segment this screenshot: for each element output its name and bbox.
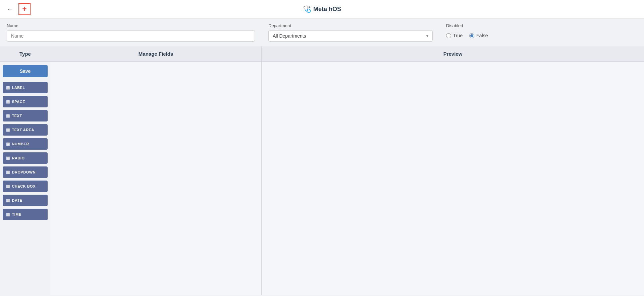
radio-icon: ▦ bbox=[6, 156, 10, 160]
textarea-type-button[interactable]: ▦ TEXT AREA bbox=[3, 124, 48, 136]
name-input[interactable] bbox=[7, 30, 255, 42]
filters-row: Name Department All Departments Cardiolo… bbox=[0, 18, 644, 46]
back-arrow-icon: ← bbox=[7, 6, 13, 13]
text-icon: ▦ bbox=[6, 113, 10, 118]
preview-content bbox=[262, 62, 644, 295]
dropdown-type-button[interactable]: ▦ DROPDOWN bbox=[3, 166, 48, 178]
department-select-wrapper: All Departments Cardiology Neurology Ort… bbox=[268, 30, 433, 42]
checkbox-icon: ▦ bbox=[6, 184, 10, 189]
manage-fields-panel: Manage Fields bbox=[50, 46, 262, 295]
label-type-button[interactable]: ▦ LABEL bbox=[3, 82, 48, 93]
brand-logo: 🩺 Meta hOS bbox=[303, 5, 341, 13]
preview-panel: Preview bbox=[262, 46, 644, 295]
department-label: Department bbox=[268, 23, 433, 28]
radio-btn-text: RADIO bbox=[12, 156, 25, 160]
manage-fields-content bbox=[50, 62, 261, 295]
number-type-button[interactable]: ▦ NUMBER bbox=[3, 138, 48, 150]
logo-cross-icon: + bbox=[22, 5, 27, 13]
space-type-button[interactable]: ▦ SPACE bbox=[3, 96, 48, 107]
true-radio[interactable] bbox=[446, 33, 451, 38]
department-filter-group: Department All Departments Cardiology Ne… bbox=[268, 23, 433, 42]
radio-type-button[interactable]: ▦ RADIO bbox=[3, 152, 48, 164]
text-btn-text: TEXT bbox=[12, 114, 22, 118]
stethoscope-icon: 🩺 bbox=[303, 5, 311, 13]
disabled-label: Disabled bbox=[446, 23, 488, 28]
disabled-radio-group: True False bbox=[446, 30, 488, 41]
name-filter-group: Name bbox=[7, 23, 255, 42]
logo-box[interactable]: + bbox=[18, 3, 31, 15]
preview-header: Preview bbox=[262, 46, 644, 62]
textarea-btn-text: TEXT AREA bbox=[12, 128, 34, 132]
checkbox-btn-text: CHECK BOX bbox=[12, 184, 36, 188]
type-panel: Type Save ▦ LABEL ▦ SPACE ▦ TEXT ▦ TEXT … bbox=[0, 46, 50, 295]
type-header: Type bbox=[0, 46, 50, 62]
time-btn-text: TIME bbox=[12, 212, 21, 216]
false-radio-option[interactable]: False bbox=[469, 33, 488, 38]
space-btn-text: SPACE bbox=[12, 100, 25, 104]
dropdown-btn-text: DROPDOWN bbox=[12, 170, 36, 174]
manage-fields-header: Manage Fields bbox=[50, 46, 261, 62]
date-type-button[interactable]: ▦ DATE bbox=[3, 195, 48, 206]
number-btn-text: NUMBER bbox=[12, 142, 29, 146]
true-radio-option[interactable]: True bbox=[446, 33, 463, 38]
header: ← + 🩺 Meta hOS bbox=[0, 0, 644, 18]
back-button[interactable]: ← bbox=[7, 6, 13, 13]
date-btn-text: DATE bbox=[12, 198, 22, 202]
brand-text: Meta hOS bbox=[313, 6, 341, 13]
label-btn-text: LABEL bbox=[12, 86, 25, 90]
checkbox-type-button[interactable]: ▦ CHECK BOX bbox=[3, 181, 48, 192]
date-icon: ▦ bbox=[6, 198, 10, 203]
save-button[interactable]: Save bbox=[3, 65, 48, 77]
false-label: False bbox=[476, 33, 488, 38]
true-label: True bbox=[453, 33, 463, 38]
disabled-filter-group: Disabled True False bbox=[446, 23, 488, 41]
time-icon: ▦ bbox=[6, 212, 10, 217]
number-icon: ▦ bbox=[6, 142, 10, 146]
time-type-button[interactable]: ▦ TIME bbox=[3, 209, 48, 220]
label-icon: ▦ bbox=[6, 85, 10, 90]
space-icon: ▦ bbox=[6, 99, 10, 104]
department-select[interactable]: All Departments Cardiology Neurology Ort… bbox=[268, 30, 433, 42]
textarea-icon: ▦ bbox=[6, 128, 10, 132]
main-content: Type Save ▦ LABEL ▦ SPACE ▦ TEXT ▦ TEXT … bbox=[0, 46, 644, 295]
false-radio[interactable] bbox=[469, 33, 474, 38]
text-type-button[interactable]: ▦ TEXT bbox=[3, 110, 48, 121]
dropdown-icon: ▦ bbox=[6, 170, 10, 175]
name-label: Name bbox=[7, 23, 255, 28]
